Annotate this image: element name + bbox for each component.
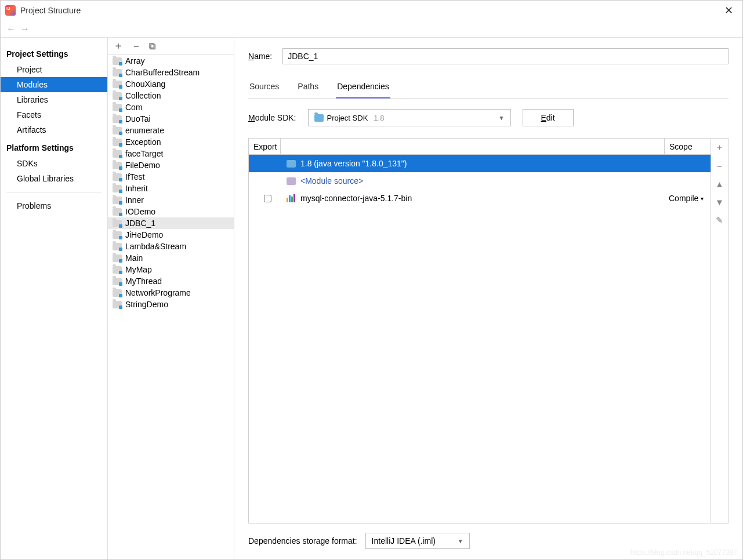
sidebar-item-facets[interactable]: Facets [1,107,107,122]
back-icon[interactable]: ← [6,24,16,34]
table-row[interactable]: mysql-connector-java-5.1.7-binCompile▾ [249,190,711,207]
add-icon[interactable]: ＋ [715,142,724,153]
name-input[interactable] [282,48,728,64]
tab-dependencies[interactable]: Dependencies [336,78,390,99]
folder-icon [113,231,122,239]
sidebar-item-libraries[interactable]: Libraries [1,92,107,107]
header-export[interactable]: Export [249,139,281,154]
tab-paths[interactable]: Paths [296,78,320,98]
module-item[interactable]: Lambda&Stream [108,241,234,252]
module-item[interactable]: Inner [108,194,234,206]
module-item-label: JiHeDemo [125,230,163,239]
module-item[interactable]: JDBC_1 [108,217,234,229]
module-item-label: JDBC_1 [125,219,155,228]
edit-icon[interactable]: ✎ [716,215,723,226]
intellij-icon [5,5,16,16]
sidebar-item-artifacts[interactable]: Artifacts [1,122,107,137]
module-item[interactable]: Inherit [108,183,234,194]
module-item[interactable]: CharBufferedStream [108,67,234,78]
header-scope[interactable]: Scope [664,139,711,154]
modules-panel: ＋ − ⧉ ArrayCharBufferedStreamChouXiangCo… [108,38,234,559]
edit-button[interactable]: Edit [523,109,574,126]
module-item-label: MyThread [125,277,162,286]
module-item[interactable]: Array [108,55,234,67]
module-item[interactable]: JiHeDemo [108,229,234,241]
modules-list: ArrayCharBufferedStreamChouXiangCollecti… [108,55,234,559]
remove-icon[interactable]: − [717,161,722,171]
table-header: Export Scope [249,139,711,155]
module-item-label: Exception [125,137,161,147]
sidebar-item-problems[interactable]: Problems [1,198,107,213]
storage-format-select[interactable]: IntelliJ IDEA (.iml) ▼ [365,533,470,549]
module-item-label: Lambda&Stream [125,242,186,251]
down-icon[interactable]: ▼ [715,197,724,207]
module-item[interactable]: IODemo [108,206,234,217]
watermark: https://blog.csdn.net/qq_52077397 [630,548,737,557]
module-item[interactable]: StringDemo [108,299,234,310]
close-icon[interactable]: ✕ [720,2,738,19]
folder-icon [113,289,122,297]
module-item[interactable]: MyMap [108,264,234,275]
table-row[interactable]: <Module source> [249,172,711,190]
add-icon[interactable]: ＋ [114,40,123,52]
folder-icon [113,220,122,227]
dependency-label: <Module source> [300,176,363,186]
module-item-label: Inner [125,195,144,205]
folder-icon [113,81,122,88]
module-item-label: IfTest [125,172,144,181]
module-item[interactable]: Collection [108,90,234,101]
chevron-down-icon: ▾ [701,195,704,202]
module-item[interactable]: IfTest [108,171,234,183]
export-checkbox[interactable] [264,195,271,202]
folder-icon [113,173,122,181]
module-item-label: enumerate [125,126,164,135]
module-item-label: CharBufferedStream [125,68,200,77]
module-item-label: Main [125,253,143,263]
module-item-label: Array [125,56,144,66]
up-icon[interactable]: ▲ [715,179,724,189]
forward-icon[interactable]: → [20,24,30,34]
folder-icon [113,266,122,274]
module-item-label: Inherit [125,184,148,193]
folder-icon [113,254,122,262]
module-item-label: MyMap [125,265,152,274]
module-item[interactable]: Com [108,101,234,113]
module-item[interactable]: FileDemo [108,159,234,171]
module-sdk-select[interactable]: Project SDK 1.8 ▼ [308,109,511,126]
folder-icon [113,243,122,250]
folder-icon [113,162,122,169]
folder-icon [113,301,122,308]
folder-icon [113,69,122,77]
scope-select[interactable]: Compile▾ [669,194,709,203]
module-item-label: DuoTai [125,114,151,123]
sidebar-item-modules[interactable]: Modules [1,77,107,92]
remove-icon[interactable]: − [133,41,139,52]
module-item[interactable]: Main [108,252,234,264]
tabs: SourcesPathsDependencies [248,78,728,99]
folder-icon [113,278,122,285]
library-icon [287,194,296,202]
copy-icon[interactable]: ⧉ [149,41,155,52]
folder-icon [314,114,324,122]
sidebar-item-project[interactable]: Project [1,62,107,77]
detail-panel: Name: SourcesPathsDependencies Module SD… [234,38,742,559]
module-item-label: Collection [125,91,161,100]
module-item-label: FileDemo [125,161,160,170]
module-item[interactable]: Exception [108,136,234,148]
module-item[interactable]: enumerate [108,125,234,136]
nav-row: ← → [1,20,742,38]
module-item[interactable]: ChouXiang [108,78,234,90]
sidebar-item-global-libraries[interactable]: Global Libraries [1,171,107,186]
dependency-label: mysql-connector-java-5.1.7-bin [300,194,412,203]
module-item[interactable]: DuoTai [108,113,234,125]
module-item[interactable]: NetworkPrograme [108,287,234,299]
folder-icon [113,185,122,192]
module-item[interactable]: MyThread [108,275,234,287]
module-item-label: ChouXiang [125,79,165,89]
tab-sources[interactable]: Sources [248,78,280,98]
sidebar-item-sdks[interactable]: SDKs [1,156,107,171]
module-item[interactable]: faceTarget [108,148,234,159]
table-row[interactable]: 1.8 (java version "1.8.0_131") [249,155,711,172]
folder-icon [113,208,122,216]
module-sdk-label: Module SDK: [248,113,296,122]
